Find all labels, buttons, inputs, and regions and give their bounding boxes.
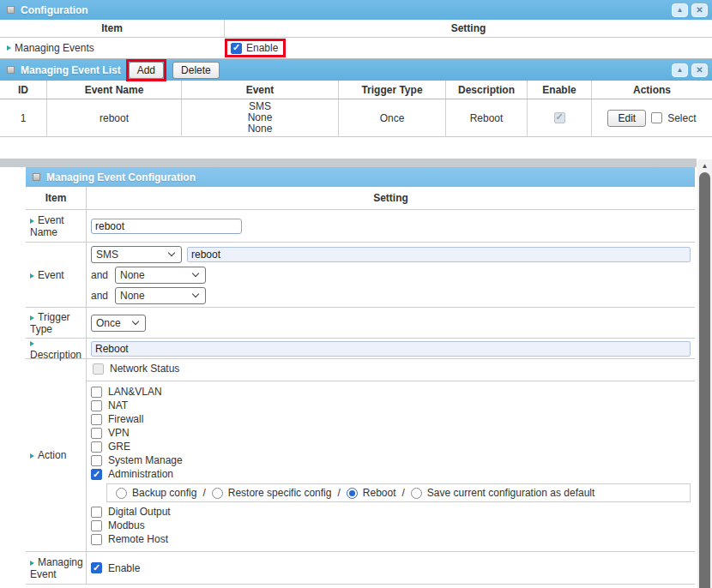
restore-config-radio[interactable]: [212, 488, 223, 499]
managing-events-enable-checkbox[interactable]: [231, 43, 242, 54]
add-button[interactable]: Add: [129, 62, 164, 79]
panel-event-list-header: Managing Event List Add Delete ▲ ✕: [0, 59, 712, 81]
edit-button[interactable]: Edit: [607, 110, 646, 127]
panel-title: Managing Event Configuration: [46, 171, 196, 183]
event-and2-select[interactable]: None: [115, 287, 206, 304]
chevron-down-icon: [132, 318, 139, 325]
event-type-select[interactable]: SMS: [91, 246, 182, 263]
spacer: [0, 137, 712, 159]
event-name-label: Event Name: [30, 214, 64, 238]
managing-events-row: Managing Events Enable: [0, 38, 712, 59]
modbus-checkbox[interactable]: [91, 520, 102, 531]
highlight-add: Add: [126, 59, 166, 81]
row-arrow-icon: [7, 45, 11, 51]
action-option: Firewall: [91, 413, 691, 425]
row-arrow-icon: [30, 453, 34, 459]
panel-configuration: Configuration ▲ ✕ Item Setting Managing …: [0, 0, 712, 59]
firewall-checkbox[interactable]: [91, 414, 102, 425]
description-input[interactable]: [91, 341, 691, 357]
lan-vlan-checkbox[interactable]: [91, 387, 102, 398]
action-option: Administration: [91, 468, 691, 480]
option-separator: /: [402, 487, 405, 499]
system-manage-checkbox[interactable]: [91, 455, 102, 466]
panel-configuration-header: Configuration ▲ ✕: [0, 0, 712, 20]
action-option: NAT: [91, 399, 691, 411]
panel-managing-event-list: Managing Event List Add Delete ▲ ✕ ID Ev…: [0, 59, 712, 137]
description-row: Description: [26, 339, 695, 359]
and-label: and: [91, 269, 110, 281]
managing-event-enable-checkbox[interactable]: [91, 562, 102, 573]
table-row: 1 reboot SMS None None Once Reboot Edit …: [0, 99, 712, 137]
column-header-id: ID: [0, 81, 47, 99]
save-area: Save: [0, 585, 712, 588]
action-option: LAN&VLAN: [91, 386, 691, 398]
scroll-up-icon[interactable]: ▲: [697, 159, 712, 172]
managing-events-label: Managing Events: [15, 42, 94, 54]
row-arrow-icon: [30, 315, 34, 321]
config-table-header: Item Setting: [26, 187, 695, 210]
delete-button[interactable]: Delete: [172, 62, 220, 79]
select-label: Select: [667, 112, 696, 124]
digital-output-checkbox[interactable]: [91, 507, 102, 518]
panel-event-config-header: Managing Event Configuration: [26, 167, 695, 187]
event-and1-select[interactable]: None: [115, 267, 206, 284]
action-option: Modbus: [91, 519, 691, 531]
cell-description: Reboot: [446, 99, 528, 136]
backup-config-radio[interactable]: [116, 488, 127, 499]
column-header-description: Description: [446, 81, 528, 99]
column-header-trigger-type: Trigger Type: [339, 81, 446, 99]
nat-checkbox[interactable]: [91, 400, 102, 411]
network-status-subrow: Network Status: [87, 359, 695, 381]
column-header-setting: Setting: [225, 20, 712, 37]
panel-managing-event-configuration: Managing Event Configuration Item Settin…: [26, 167, 695, 585]
column-header-item: Item: [0, 20, 225, 37]
administration-options: Backup config / Restore specific config …: [106, 483, 691, 502]
event-message-input[interactable]: [187, 247, 691, 262]
column-header-event-name: Event Name: [47, 81, 182, 99]
collapse-icon[interactable]: ▲: [672, 63, 688, 77]
row-arrow-icon: [30, 561, 34, 566]
action-row: Action Network Status LAN&VLAN NAT Firew…: [26, 359, 695, 552]
option-separator: /: [202, 487, 205, 499]
trigger-type-row: Trigger Type Once: [26, 308, 695, 339]
managing-event-label: Managing Event: [30, 556, 83, 580]
save-default-radio[interactable]: [411, 488, 422, 499]
chevron-down-icon: [192, 270, 199, 277]
panel-icon: [7, 66, 15, 74]
event-row: Event SMS and None and None: [26, 243, 695, 308]
action-label: Action: [38, 449, 66, 461]
remote-host-checkbox[interactable]: [91, 534, 102, 545]
network-status-label: Network Status: [110, 363, 179, 375]
chevron-down-icon: [192, 291, 199, 297]
action-option: GRE: [91, 441, 691, 453]
event-list-table-header: ID Event Name Event Trigger Type Descrip…: [0, 81, 712, 99]
managing-event-row: Managing Event Enable: [26, 552, 695, 585]
event-name-input[interactable]: [91, 219, 242, 234]
row-select-checkbox[interactable]: [651, 112, 662, 123]
radio-option: Backup config: [116, 487, 196, 499]
scrollbar-thumb[interactable]: [699, 172, 710, 588]
column-header-event: Event: [182, 81, 339, 99]
trigger-type-label: Trigger Type: [30, 311, 70, 335]
administration-checkbox[interactable]: [91, 469, 102, 480]
vertical-scrollbar[interactable]: ▲: [697, 159, 712, 588]
cell-id: 1: [0, 99, 47, 136]
column-header-setting: Setting: [87, 187, 695, 209]
enable-label: Enable: [246, 42, 278, 54]
event-name-row: Event Name: [26, 210, 695, 243]
radio-option: Save current configuration as default: [411, 487, 594, 499]
collapse-icon[interactable]: ▲: [672, 3, 688, 17]
action-option: Remote Host: [91, 533, 691, 545]
action-option: Digital Output: [91, 506, 691, 518]
reboot-radio[interactable]: [347, 488, 358, 499]
gre-checkbox[interactable]: [91, 441, 102, 453]
column-header-enable: Enable: [528, 81, 592, 99]
vpn-checkbox[interactable]: [91, 428, 102, 439]
configuration-table-header: Item Setting: [0, 20, 712, 38]
panel-title: Configuration: [21, 4, 88, 16]
panel-title: Managing Event List: [21, 64, 121, 76]
close-icon[interactable]: ✕: [691, 3, 708, 17]
chevron-down-icon: [168, 249, 175, 256]
trigger-type-select[interactable]: Once: [91, 315, 146, 332]
close-icon[interactable]: ✕: [691, 63, 708, 77]
